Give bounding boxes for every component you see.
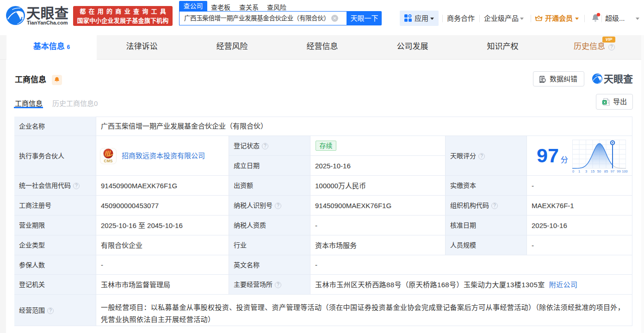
svg-text:CMS: CMS: [104, 159, 113, 163]
svg-text:85: 85: [604, 169, 608, 173]
svg-text:15: 15: [591, 169, 594, 173]
svg-text:3: 3: [585, 169, 587, 173]
svg-text:99: 99: [617, 169, 620, 173]
svg-text:100: 100: [622, 169, 628, 173]
svg-text:0: 0: [572, 169, 574, 173]
svg-text:X: X: [603, 100, 606, 105]
svg-text:1: 1: [578, 169, 580, 173]
svg-text:97: 97: [611, 169, 614, 173]
svg-text:50: 50: [597, 169, 601, 173]
